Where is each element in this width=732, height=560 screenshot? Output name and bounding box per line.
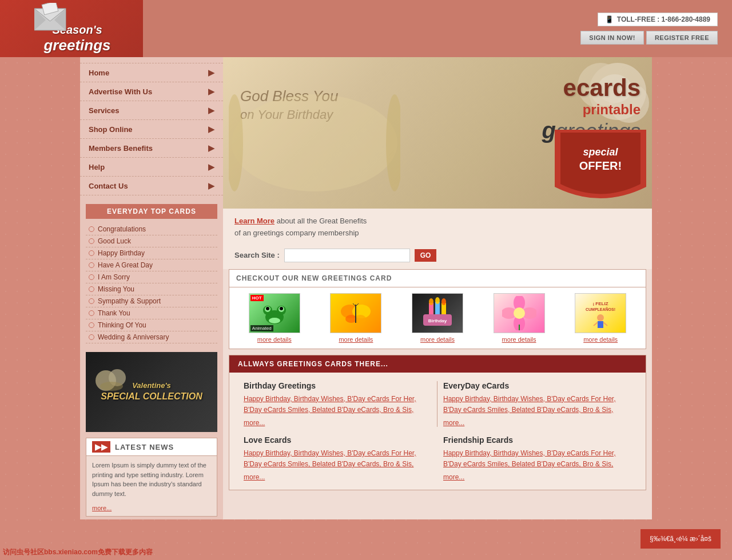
- nav-item-members[interactable]: Members Benefits ▶: [80, 139, 223, 158]
- bullet-icon: [89, 286, 94, 292]
- greetings-col-friendship: Friendship Ecards Happy Birthday, Birthd…: [437, 427, 637, 481]
- card-more-link-3[interactable]: more details: [420, 336, 455, 343]
- latest-news-header: ▶▶ LATEST NEWS: [86, 438, 217, 456]
- svg-point-24: [280, 307, 283, 310]
- svg-point-45: [514, 307, 525, 319]
- birthday-svg: Birthday: [417, 297, 458, 329]
- card-thumb-3[interactable]: Birthday: [412, 293, 463, 333]
- greetings-col-birthday: Birthday Greetings Happy Birthday, Birth…: [238, 381, 437, 427]
- card-label: Missing You: [98, 285, 134, 293]
- nav-item-help[interactable]: Help ▶: [80, 158, 223, 177]
- top-cards-header: EVERYDAY TOP CARDS: [86, 204, 217, 219]
- card-item-3: Birthday more details: [398, 293, 477, 343]
- card-item-congratulations[interactable]: Congratulations: [86, 223, 217, 235]
- card-item-4: more details: [480, 293, 559, 343]
- nav-menu: Home ▶ Advertise With Us ▶ Services ▶ Sh…: [80, 57, 223, 201]
- parchment-decoration: [229, 91, 400, 194]
- svg-point-37: [435, 297, 440, 304]
- search-go-button[interactable]: GO: [415, 249, 437, 262]
- card-item-thinkingofyou[interactable]: Thinking Of You: [86, 319, 217, 331]
- arrow-icon-contact: ▶: [208, 181, 214, 190]
- main-container: Home ▶ Advertise With Us ▶ Services ▶ Sh…: [80, 57, 652, 519]
- hero-ecards-text: ecards: [542, 74, 640, 102]
- card-label: Have A Great Day: [98, 261, 153, 269]
- col-links-everyday[interactable]: Happy Birthday, Birthday Wishes, B'Day e…: [443, 394, 631, 415]
- bullet-icon: [89, 322, 94, 328]
- envelope-icon: [34, 3, 69, 31]
- butterfly-svg: [339, 299, 373, 327]
- arrow-icon-members: ▶: [208, 143, 214, 153]
- bottom-cta-button[interactable]: §‰¾€ã¸‹é¼ æ›´å¤š: [640, 529, 721, 549]
- arrow-icon-home: ▶: [208, 68, 214, 77]
- arrow-icon-services: ▶: [208, 106, 214, 115]
- bullet-icon: [89, 250, 94, 256]
- nav-label-members: Members Benefits: [89, 144, 153, 153]
- card-item-sorry[interactable]: I Am Sorry: [86, 271, 217, 283]
- card-label: Happy Birthday: [98, 249, 145, 257]
- toll-free-text: TOLL-FREE : 1-866-280-4889: [617, 15, 710, 23]
- special-offer-badge[interactable]: special OFFER!: [555, 130, 646, 209]
- nav-label-contact: Contact Us: [89, 182, 128, 190]
- phone-icon: 📱: [605, 15, 614, 23]
- svg-point-36: [429, 298, 433, 305]
- svg-point-25: [269, 318, 280, 323]
- card-item-greatday[interactable]: Have A Great Day: [86, 259, 217, 271]
- content-area: God Bless You on Your Birthday ecards pr…: [223, 57, 652, 519]
- frog-svg: [257, 299, 292, 327]
- svg-text:¡ FELIZ: ¡ FELIZ: [593, 301, 608, 306]
- card-label: Sympathy & Support: [98, 297, 161, 305]
- card-item-sympathy[interactable]: Sympathy & Support: [86, 295, 217, 307]
- nav-item-services[interactable]: Services ▶: [80, 101, 223, 120]
- header-right: 📱 TOLL-FREE : 1-866-280-4889 SIGN IN NOW…: [580, 13, 726, 45]
- news-more-link[interactable]: more...: [86, 503, 217, 516]
- nav-item-advertise[interactable]: Advertise With Us ▶: [80, 82, 223, 101]
- learn-more-section: Learn More about all the Great Benefitso…: [223, 209, 652, 244]
- card-thumb-4[interactable]: [494, 293, 545, 333]
- card-thumb-5[interactable]: ¡ FELIZ CUMPLEAÑOS!: [575, 293, 626, 333]
- valentine-banner[interactable]: Valentine's SPECIAL COLLECTION: [86, 352, 217, 432]
- search-label: Search Site :: [234, 251, 280, 259]
- card-more-link-1[interactable]: more details: [257, 336, 292, 343]
- nav-item-contact[interactable]: Contact Us ▶: [80, 177, 223, 195]
- hot-badge: HOT: [250, 295, 264, 301]
- card-item-thankyou[interactable]: Thank You: [86, 307, 217, 319]
- col-more-love[interactable]: more...: [244, 473, 432, 481]
- search-input[interactable]: [284, 249, 410, 262]
- svg-point-14: [229, 94, 243, 191]
- card-item-happybirthday[interactable]: Happy Birthday: [86, 247, 217, 259]
- col-more-birthday[interactable]: more...: [244, 419, 431, 427]
- greetings-cards-header: CHECKOUT OUR NEW GREETINGS CARD: [229, 270, 646, 287]
- always-greetings-header: ALLWAYS GREETINGS CARDS THERE...: [229, 355, 646, 373]
- col-links-birthday[interactable]: Happy Birthday, Birthday Wishes, B'Day e…: [244, 394, 431, 415]
- register-button[interactable]: REGISTER FREE: [646, 31, 718, 45]
- card-item-missingyou[interactable]: Missing You: [86, 283, 217, 295]
- card-more-link-2[interactable]: more details: [339, 336, 373, 343]
- news-content-text: Lorem Ipsum is simply dummy text of the …: [86, 456, 217, 503]
- card-thumb-1[interactable]: HOT Animated: [249, 293, 300, 333]
- search-section: Search Site : GO: [223, 244, 652, 269]
- card-item-goodluck[interactable]: Good Luck: [86, 235, 217, 247]
- learn-more-text: Learn More about all the Great Benefitso…: [234, 215, 367, 239]
- feliz-svg: ¡ FELIZ CUMPLEAÑOS!: [578, 296, 623, 330]
- bullet-icon: [89, 274, 94, 280]
- nav-label-advertise: Advertise With Us: [89, 87, 152, 96]
- card-label: I Am Sorry: [98, 273, 130, 281]
- nav-item-shop[interactable]: Shop Online ▶: [80, 120, 223, 139]
- col-links-love[interactable]: Happy Birthday, Birthday Wishes, B'Day e…: [244, 448, 432, 470]
- sign-in-button[interactable]: SIGN IN NOW!: [580, 31, 644, 45]
- card-more-link-5[interactable]: more details: [583, 336, 618, 343]
- learn-more-link[interactable]: Learn More: [234, 217, 274, 225]
- card-thumb-2[interactable]: [330, 293, 381, 333]
- col-more-everyday[interactable]: more...: [443, 419, 631, 427]
- nav-label-services: Services: [89, 106, 120, 115]
- bullet-icon: [89, 298, 94, 304]
- nav-item-home[interactable]: Home ▶: [80, 63, 223, 82]
- svg-line-51: [594, 322, 598, 326]
- col-more-friendship[interactable]: more...: [443, 473, 631, 481]
- greetings-col-love: Love Ecards Happy Birthday, Birthday Wis…: [238, 427, 437, 481]
- col-links-friendship[interactable]: Happy Birthday, Birthday Wishes, B'Day e…: [443, 448, 631, 470]
- card-item-wedding[interactable]: Wedding & Anniversary: [86, 331, 217, 343]
- svg-point-13: [232, 94, 397, 191]
- svg-text:CUMPLEAÑOS!: CUMPLEAÑOS!: [586, 307, 615, 311]
- card-more-link-4[interactable]: more details: [502, 336, 536, 343]
